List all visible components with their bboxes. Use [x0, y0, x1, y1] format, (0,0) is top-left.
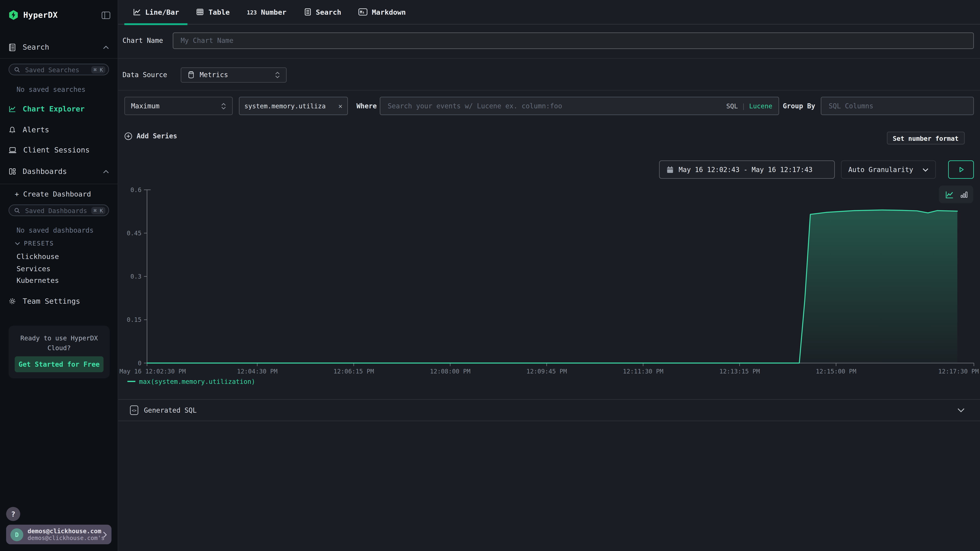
preset-services[interactable]: Services [16, 265, 51, 273]
sidebar-item-team-settings[interactable]: Team Settings [0, 294, 118, 308]
add-series-button[interactable]: Add Series [124, 132, 177, 140]
tab-label: Markdown [372, 8, 406, 16]
code-icon: <> [130, 405, 138, 415]
tab-label: Number [261, 8, 286, 16]
svg-text:<>: <> [132, 408, 136, 413]
chevron-down-icon [957, 408, 965, 413]
tab-number[interactable]: 123 Number [238, 0, 295, 24]
metric-tag[interactable]: system.memory.utiliza ✕ [239, 97, 348, 115]
generated-sql-toggle[interactable]: <> Generated SQL [118, 399, 980, 421]
chevron-down-icon [923, 168, 929, 172]
add-series-label: Add Series [137, 132, 177, 140]
sidebar-item-chart-explorer[interactable]: Chart Explorer [0, 102, 118, 116]
date-range-button[interactable]: May 16 12:02:43 - May 16 12:17:43 [659, 160, 835, 179]
sidebar-item-dashboards[interactable]: Dashboards [0, 165, 118, 178]
calendar-icon [667, 166, 674, 174]
laptop-icon [9, 146, 16, 154]
sidebar-item-label: Client Sessions [23, 146, 90, 154]
saved-searches-searchbox[interactable]: ⌘ K [9, 64, 109, 75]
get-started-button[interactable]: Get Started for Free [15, 356, 103, 372]
preset-clickhouse[interactable]: Clickhouse [16, 252, 59, 261]
chart-name-field[interactable] [173, 32, 974, 49]
user-menu[interactable]: D demos@clickhouse.com demos@clickhouse.… [6, 525, 111, 544]
date-range-value: May 16 12:02:43 - May 16 12:17:43 [679, 166, 813, 174]
group-by-field[interactable] [821, 97, 974, 115]
legend-line-swatch [127, 381, 135, 382]
hyperdx-app: HyperDX Search ⌘ K No saved searc [0, 0, 980, 551]
where-search-input[interactable] [387, 102, 726, 111]
saved-searches-input[interactable] [24, 65, 91, 74]
aggregation-select[interactable]: Maximum [124, 97, 233, 115]
tab-search[interactable]: Search [295, 0, 350, 24]
dashboards-grid-icon [9, 168, 16, 175]
number-123-icon: 123 [247, 8, 257, 16]
chart-name-label: Chart Name [123, 37, 163, 45]
help-button[interactable]: ? [6, 507, 20, 521]
saved-dashboards-input[interactable] [24, 206, 91, 215]
aggregation-value: Maximum [131, 102, 159, 110]
section-divider [118, 58, 980, 59]
svg-text:0.3: 0.3 [130, 273, 142, 280]
search-icon [14, 67, 20, 73]
data-source-value: Metrics [200, 71, 228, 79]
tab-line-bar[interactable]: Line/Bar [124, 0, 188, 24]
preset-kubernetes[interactable]: Kubernetes [16, 276, 59, 285]
create-dashboard-button[interactable]: + Create Dashboard [15, 190, 91, 198]
svg-text:12:06:15 PM: 12:06:15 PM [333, 368, 374, 375]
section-divider [118, 90, 980, 91]
where-search-field[interactable]: SQL | Lucene [380, 97, 779, 115]
user-text: demos@clickhouse.com demos@clickhouse.co… [27, 528, 103, 541]
select-chevrons-icon [221, 103, 226, 110]
database-icon [188, 71, 195, 79]
presets-toggle[interactable]: PRESETS [15, 240, 54, 247]
sidebar-divider [0, 184, 118, 184]
sidebar-item-client-sessions[interactable]: Client Sessions [0, 143, 118, 157]
sidebar-item-label: Search [23, 43, 49, 51]
svg-text:12:17:30 PM: 12:17:30 PM [938, 368, 979, 375]
tab-label: Search [316, 8, 341, 16]
chevron-right-icon [103, 531, 107, 538]
run-query-button[interactable] [948, 160, 974, 179]
shortcut-badge: ⌘ K [91, 66, 105, 73]
svg-text:123: 123 [247, 9, 257, 15]
search-page-icon [9, 43, 16, 51]
select-chevrons-icon [275, 71, 280, 78]
tab-markdown[interactable]: M↓ Markdown [350, 0, 414, 24]
cloud-promo-card: Ready to use HyperDX Cloud? Get Started … [9, 326, 110, 378]
line-chart-icon [133, 8, 141, 16]
sidebar-item-label: Team Settings [23, 297, 80, 305]
group-by-input[interactable] [827, 102, 967, 111]
legend-label: max(system.memory.utilization) [139, 378, 255, 385]
table-icon [196, 8, 204, 16]
svg-text:12:04:30 PM: 12:04:30 PM [237, 368, 278, 375]
granularity-select[interactable]: Auto Granularity [841, 160, 936, 179]
svg-text:0.45: 0.45 [127, 230, 142, 237]
tab-table[interactable]: Table [188, 0, 238, 24]
sidebar-collapse-icon[interactable] [102, 11, 110, 19]
svg-text:M↓: M↓ [360, 10, 364, 14]
markdown-icon: M↓ [358, 8, 368, 16]
lucene-toggle[interactable]: Lucene [749, 102, 772, 110]
chevron-down-icon [15, 241, 20, 245]
sidebar-item-alerts[interactable]: Alerts [0, 123, 118, 137]
svg-text:0.6: 0.6 [130, 186, 142, 194]
timeseries-chart[interactable]: 00.150.30.450.6May 16 12:02:30 PM12:04:3… [119, 184, 980, 383]
chart-legend-item[interactable]: max(system.memory.utilization) [127, 378, 255, 385]
tab-label: Table [208, 8, 230, 16]
remove-metric-icon[interactable]: ✕ [338, 102, 342, 110]
sidebar-item-search[interactable]: Search [0, 40, 118, 54]
data-source-select[interactable]: Metrics [181, 67, 286, 83]
sidebar-divider [0, 58, 118, 59]
main-content: Line/Bar Table 123 Number [118, 0, 980, 551]
brand-row: HyperDX [9, 10, 110, 20]
set-number-format-button[interactable]: Set number format [887, 132, 965, 144]
no-saved-dashboards-text: No saved dashboards [16, 227, 94, 235]
svg-text:0.15: 0.15 [127, 316, 142, 323]
no-saved-searches-text: No saved searches [16, 86, 86, 94]
chart-name-input[interactable] [180, 36, 967, 45]
saved-dashboards-searchbox[interactable]: ⌘ K [9, 205, 109, 216]
sql-toggle[interactable]: SQL [726, 102, 738, 110]
avatar: D [10, 528, 23, 541]
plus-circle-icon [124, 132, 132, 140]
granularity-value: Auto Granularity [848, 166, 913, 174]
